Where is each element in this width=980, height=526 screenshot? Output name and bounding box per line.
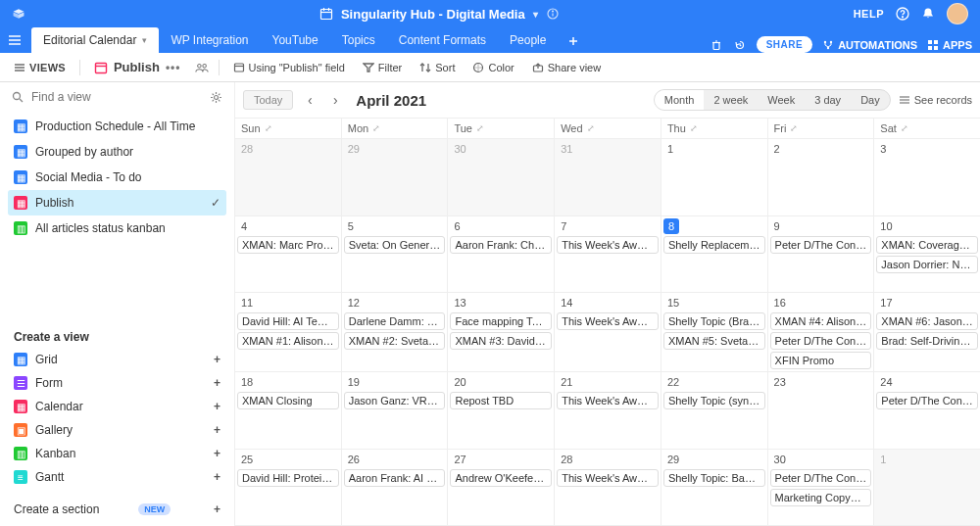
- tab-people[interactable]: People: [498, 27, 558, 53]
- calendar-cell[interactable]: 18XMAN Closing: [235, 372, 341, 449]
- calendar-event[interactable]: This Week's Awesome …: [557, 392, 659, 409]
- sidebar-view-item[interactable]: ▦Production Schedule - All Time: [8, 114, 226, 139]
- expand-icon[interactable]: ⤢: [901, 123, 908, 133]
- calendar-event[interactable]: Darlene Damm: GGC Hei…: [344, 312, 446, 330]
- avatar[interactable]: [947, 3, 968, 24]
- add-tab-button[interactable]: [558, 29, 589, 53]
- calendar-event[interactable]: Shelly Topic: Bank of Ph…: [663, 469, 765, 487]
- range-2-week[interactable]: 2 week: [704, 90, 758, 110]
- calendar-cell[interactable]: 28: [235, 139, 341, 215]
- view-search-input[interactable]: [31, 90, 202, 104]
- today-button[interactable]: Today: [243, 90, 293, 110]
- calendar-cell[interactable]: 7This Week's Awesome …: [554, 216, 661, 293]
- calendar-event[interactable]: XMAN #6: Jason (John …: [876, 312, 978, 330]
- calendar-cell[interactable]: 26Aaron Frank: AI research: [341, 450, 448, 526]
- bell-icon[interactable]: [921, 7, 935, 21]
- calendar-event[interactable]: Shelly Topic (Brain deat…: [663, 312, 765, 330]
- calendar-event[interactable]: XMAN #5: Sveta (Kevin …: [663, 332, 765, 350]
- tab-wp-integration[interactable]: WP Integration: [159, 27, 260, 53]
- calendar-event[interactable]: XMAN #3: David (Pram…: [450, 332, 552, 350]
- help-link[interactable]: HELP: [854, 8, 884, 20]
- sidebar-view-item[interactable]: ▥All articles status kanban: [8, 215, 226, 241]
- calendar-cell[interactable]: 25David Hill: Protein struc…: [235, 450, 341, 526]
- calendar-cell[interactable]: 13Face mapping Tech for …XMAN #3: David …: [447, 293, 554, 371]
- calendar-event[interactable]: This Week's Awesome …: [557, 236, 659, 254]
- calendar-event[interactable]: This Week's Awesome …: [557, 469, 659, 487]
- calendar-cell[interactable]: 1: [661, 139, 767, 215]
- calendar-event[interactable]: XMAN Closing: [237, 392, 339, 409]
- calendar-cell[interactable]: 11David Hill: AI Teaching …XMAN #1: Alis…: [235, 293, 341, 371]
- calendar-event[interactable]: XMAN: Coverage Openi…: [876, 236, 978, 254]
- tab-editorial-calendar[interactable]: Editorial Calendar▾: [31, 27, 159, 53]
- range-month[interactable]: Month: [655, 90, 705, 110]
- share-button[interactable]: SHARE: [757, 36, 813, 53]
- calendar-cell[interactable]: 20Repost TBD: [447, 372, 554, 449]
- calendar-cell[interactable]: 10XMAN: Coverage Openi…Jason Dorrier: Na…: [873, 216, 980, 293]
- create-gantt-view[interactable]: ≡Gantt+: [8, 465, 226, 489]
- calendar-cell[interactable]: 24Peter D/The Conversati…: [873, 372, 980, 449]
- calendar-event[interactable]: Andrew O'Keefe: AR vid…: [450, 469, 552, 487]
- calendar-cell[interactable]: 23: [767, 372, 874, 449]
- calendar-cell[interactable]: 29: [341, 139, 448, 215]
- calendar-event[interactable]: Jason Ganz: VR Manife…: [344, 392, 446, 409]
- workspace-title-wrap[interactable]: Singularity Hub - Digital Media ▾: [25, 7, 854, 22]
- menu-icon[interactable]: [8, 34, 31, 46]
- calendar-cell[interactable]: 6Aaron Frank: Changing …: [447, 216, 554, 293]
- calendar-cell[interactable]: 2: [767, 139, 874, 215]
- calendar-cell[interactable]: 3: [873, 139, 980, 215]
- help-icon[interactable]: [896, 7, 909, 21]
- expand-icon[interactable]: ⤢: [265, 123, 272, 133]
- expand-icon[interactable]: ⤢: [790, 123, 798, 133]
- share-view-button[interactable]: Share view: [528, 59, 605, 76]
- calendar-cell[interactable]: 8Shelly Replacement: Ja…: [661, 216, 767, 293]
- calendar-cell[interactable]: 30: [447, 139, 554, 215]
- tab-topics[interactable]: Topics: [330, 27, 387, 53]
- color-button[interactable]: Color: [468, 59, 517, 76]
- using-field[interactable]: Using "Publish" field: [229, 59, 349, 76]
- calendar-event[interactable]: Marketing Copywriter: …: [770, 489, 872, 506]
- info-icon[interactable]: [546, 7, 560, 21]
- calendar-cell[interactable]: 9Peter D/The Conversati…: [767, 216, 874, 293]
- calendar-cell[interactable]: 4XMAN: Marc Prosser on…: [235, 216, 341, 293]
- create-section[interactable]: Create a section NEW +: [0, 497, 234, 526]
- create-gallery-view[interactable]: ▣Gallery+: [8, 418, 226, 442]
- calendar-cell[interactable]: 17XMAN #6: Jason (John …Brad: Self-Drivi…: [873, 293, 980, 371]
- calendar-event[interactable]: XMAN: Marc Prosser on…: [237, 236, 339, 254]
- calendar-cell[interactable]: 19Jason Ganz: VR Manife…: [341, 372, 448, 449]
- calendar-event[interactable]: XMAN #2: Sveta (Daniel…: [344, 332, 446, 350]
- calendar-event[interactable]: XMAN #4: Alison (Sand…: [770, 312, 872, 330]
- expand-icon[interactable]: ⤢: [476, 123, 484, 133]
- calendar-event[interactable]: Brad: Self-Driving Truck…: [876, 332, 978, 350]
- gear-icon[interactable]: [210, 91, 222, 104]
- prev-month[interactable]: ‹: [301, 92, 318, 108]
- history-icon[interactable]: [733, 38, 747, 52]
- calendar-cell[interactable]: 5Sveta: On Generative D…: [341, 216, 448, 293]
- calendar-event[interactable]: Repost TBD: [450, 392, 552, 409]
- calendar-event[interactable]: David Hill: Protein struc…: [237, 469, 339, 487]
- calendar-cell[interactable]: 27Andrew O'Keefe: AR vid…: [447, 450, 554, 526]
- create-form-view[interactable]: ☰Form+: [8, 371, 226, 395]
- calendar-cell[interactable]: 29Shelly Topic: Bank of Ph…: [661, 450, 767, 526]
- calendar-cell[interactable]: 14This Week's Awesome …: [554, 293, 661, 371]
- calendar-cell[interactable]: 12Darlene Damm: GGC Hei…XMAN #2: Sveta (…: [341, 293, 448, 371]
- range-week[interactable]: Week: [758, 90, 805, 110]
- more-icon[interactable]: •••: [166, 61, 181, 74]
- filter-button[interactable]: Filter: [359, 59, 406, 76]
- calendar-event[interactable]: Aaron Frank: AI research: [344, 469, 446, 487]
- create-calendar-view[interactable]: ▦Calendar+: [8, 395, 226, 418]
- calendar-event[interactable]: David Hill: AI Teaching …: [237, 312, 339, 330]
- calendar-cell[interactable]: 31: [554, 139, 661, 215]
- calendar-event[interactable]: Peter D/The Conversati…: [770, 332, 872, 350]
- automations-link[interactable]: AUTOMATIONS: [822, 39, 917, 51]
- calendar-event[interactable]: XFIN Promo: [770, 352, 872, 369]
- next-month[interactable]: ›: [326, 92, 344, 108]
- sidebar-view-item[interactable]: ▦Publish✓: [8, 190, 226, 215]
- current-view[interactable]: Publish •••: [90, 57, 185, 77]
- tab-youtube[interactable]: YouTube: [261, 27, 330, 53]
- calendar-event[interactable]: This Week's Awesome …: [557, 312, 659, 330]
- expand-icon[interactable]: ⤢: [372, 123, 380, 133]
- calendar-cell[interactable]: 1: [873, 450, 980, 526]
- range-3-day[interactable]: 3 day: [805, 90, 851, 110]
- create-grid-view[interactable]: ▦Grid+: [8, 348, 226, 371]
- views-toggle[interactable]: VIEWS: [10, 59, 70, 76]
